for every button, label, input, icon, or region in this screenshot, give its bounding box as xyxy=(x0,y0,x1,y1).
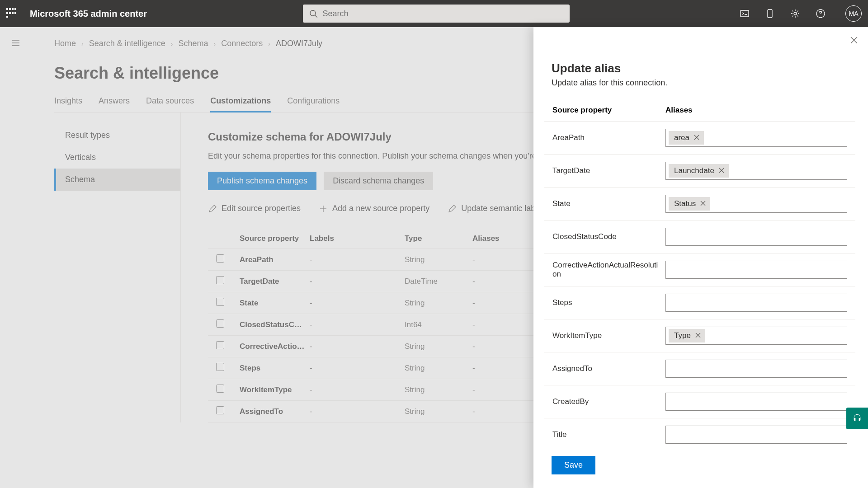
chevron-right-icon: › xyxy=(81,40,84,47)
gear-icon[interactable] xyxy=(790,9,800,19)
row-checkbox[interactable] xyxy=(216,276,224,284)
row-checkbox[interactable] xyxy=(216,319,224,328)
pencil-icon xyxy=(448,204,457,213)
alias-row-source: Title xyxy=(552,430,665,439)
alias-row-source: WorkItemType xyxy=(552,331,665,340)
alias-row: AreaPath area xyxy=(544,122,855,155)
save-button[interactable]: Save xyxy=(552,456,595,474)
alias-row: ClosedStatusCode xyxy=(544,221,855,253)
alias-input[interactable]: Status xyxy=(665,195,847,213)
mobile-icon[interactable] xyxy=(765,9,775,19)
svg-rect-2 xyxy=(741,10,749,17)
search-input[interactable] xyxy=(323,9,564,19)
edit-source-properties[interactable]: Edit source properties xyxy=(208,204,301,213)
alias-row-source: AssignedTo xyxy=(552,364,665,373)
panel-col-source: Source property xyxy=(552,106,665,115)
close-icon xyxy=(695,333,701,338)
cell-type: Int64 xyxy=(405,320,472,329)
alias-row-source: CorrectiveActionActualResolution xyxy=(552,261,665,279)
avatar[interactable]: MA xyxy=(845,5,862,22)
remove-chip-button[interactable] xyxy=(719,166,724,175)
publish-button[interactable]: Publish schema changes xyxy=(208,172,316,190)
tab-configurations[interactable]: Configurations xyxy=(287,96,340,112)
sidebar: Result types Verticals Schema xyxy=(54,113,181,422)
search-box[interactable] xyxy=(303,5,570,23)
cell-type: String xyxy=(405,364,472,373)
breadcrumb-item[interactable]: Connectors xyxy=(221,39,263,48)
close-icon xyxy=(850,36,858,44)
cell-source: WorkItemType xyxy=(240,385,310,394)
row-checkbox[interactable] xyxy=(216,254,224,263)
alias-row-source: State xyxy=(552,199,665,208)
alias-row-source: TargetDate xyxy=(552,166,665,175)
alias-input[interactable]: Launchdate xyxy=(665,162,847,180)
row-checkbox[interactable] xyxy=(216,341,224,349)
breadcrumb-item[interactable]: Home xyxy=(54,39,76,48)
cell-type: String xyxy=(405,255,472,264)
alias-row: AssignedTo xyxy=(544,352,855,385)
update-semantic-labels[interactable]: Update semantic labels xyxy=(448,204,546,213)
tab-customizations[interactable]: Customizations xyxy=(210,96,271,112)
alias-input[interactable] xyxy=(665,393,847,411)
alias-input[interactable] xyxy=(665,360,847,378)
row-checkbox[interactable] xyxy=(216,363,224,371)
alias-row-source: Steps xyxy=(552,298,665,307)
cell-labels: - xyxy=(310,385,405,394)
alias-row: TargetDate Launchdate xyxy=(544,155,855,188)
alias-row: CreatedBy xyxy=(544,385,855,418)
app-title: Microsoft 365 admin center xyxy=(30,9,147,19)
headset-icon xyxy=(852,413,862,423)
cell-type: DateTime xyxy=(405,277,472,286)
breadcrumb-item[interactable]: Schema xyxy=(178,39,208,48)
discard-button[interactable]: Discard schema changes xyxy=(324,172,433,190)
shell-icon[interactable] xyxy=(740,9,750,19)
cell-labels: - xyxy=(310,277,405,286)
alias-input[interactable] xyxy=(665,261,847,279)
alias-input[interactable] xyxy=(665,294,847,312)
remove-chip-button[interactable] xyxy=(695,331,701,340)
row-checkbox[interactable] xyxy=(216,298,224,306)
col-source-property: Source property xyxy=(240,234,310,243)
help-icon[interactable] xyxy=(816,9,826,19)
remove-chip-button[interactable] xyxy=(700,199,706,208)
alias-row: CorrectiveActionActualResolution xyxy=(544,253,855,286)
alias-row: Steps xyxy=(544,286,855,319)
add-source-property[interactable]: Add a new source property xyxy=(319,204,429,213)
close-icon xyxy=(694,135,699,140)
header-icons: MA xyxy=(740,5,862,22)
alias-row-source: CreatedBy xyxy=(552,397,665,406)
app-header: Microsoft 365 admin center MA xyxy=(0,0,868,27)
row-checkbox[interactable] xyxy=(216,406,224,414)
close-panel-button[interactable] xyxy=(850,36,858,46)
tab-answers[interactable]: Answers xyxy=(99,96,130,112)
cell-source: AreaPath xyxy=(240,255,310,264)
cell-labels: - xyxy=(310,407,405,416)
alias-input[interactable] xyxy=(665,228,847,246)
sidebar-item-schema[interactable]: Schema xyxy=(54,169,180,191)
cell-labels: - xyxy=(310,320,405,329)
svg-rect-3 xyxy=(768,9,772,18)
cell-labels: - xyxy=(310,255,405,264)
cell-type: String xyxy=(405,407,472,416)
sidebar-item-result-types[interactable]: Result types xyxy=(54,124,180,146)
cell-labels: - xyxy=(310,299,405,308)
remove-chip-button[interactable] xyxy=(694,133,699,142)
cell-type: String xyxy=(405,385,472,394)
alias-row: Title xyxy=(544,418,855,447)
cell-type: String xyxy=(405,299,472,308)
feedback-button[interactable] xyxy=(846,408,868,429)
svg-point-5 xyxy=(794,12,797,15)
app-launcher-icon[interactable] xyxy=(6,8,17,19)
breadcrumb-item[interactable]: Search & intelligence xyxy=(89,39,165,48)
alias-input[interactable] xyxy=(665,426,847,444)
tab-data-sources[interactable]: Data sources xyxy=(146,96,194,112)
breadcrumb-current: ADOWI7July xyxy=(276,39,322,48)
alias-input[interactable]: Type xyxy=(665,327,847,345)
row-checkbox[interactable] xyxy=(216,385,224,393)
search-icon xyxy=(309,9,317,18)
nav-toggle-icon[interactable] xyxy=(11,38,21,50)
alias-input[interactable]: area xyxy=(665,129,847,147)
tab-insights[interactable]: Insights xyxy=(54,96,82,112)
cell-source: TargetDate xyxy=(240,277,310,286)
sidebar-item-verticals[interactable]: Verticals xyxy=(54,146,180,169)
